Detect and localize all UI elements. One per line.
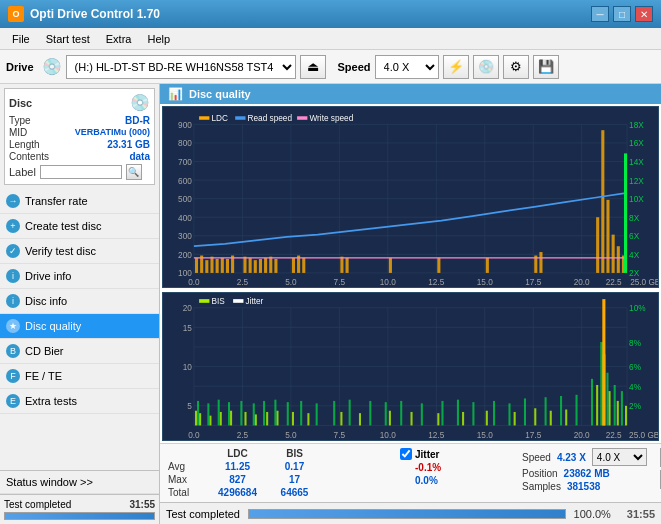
svg-rect-107 xyxy=(209,415,211,425)
position-value: 23862 MB xyxy=(564,468,610,479)
svg-rect-153 xyxy=(508,403,510,425)
create-test-disc-icon: + xyxy=(6,219,20,233)
svg-rect-22 xyxy=(205,260,208,273)
svg-rect-187 xyxy=(602,299,605,425)
stats-avg-row: Avg 11.25 0.17 xyxy=(168,461,388,472)
disc-type-label: Type xyxy=(9,115,31,126)
svg-rect-140 xyxy=(287,402,289,425)
svg-rect-145 xyxy=(369,401,371,426)
svg-rect-42 xyxy=(486,258,489,273)
svg-rect-133 xyxy=(207,403,209,425)
svg-rect-80 xyxy=(199,116,209,119)
svg-rect-155 xyxy=(545,397,547,425)
menu-extra[interactable]: Extra xyxy=(98,31,140,47)
eject-button[interactable]: ⏏ xyxy=(300,55,326,79)
disc-label-button[interactable]: 🔍 xyxy=(126,164,142,180)
svg-rect-124 xyxy=(534,408,536,425)
svg-rect-32 xyxy=(264,258,267,273)
svg-text:10.0: 10.0 xyxy=(380,276,396,287)
nav-extra-tests-label: Extra tests xyxy=(25,395,77,407)
jitter-max-row: 0.0% xyxy=(415,475,510,486)
svg-text:10%: 10% xyxy=(629,303,645,314)
svg-rect-108 xyxy=(220,412,222,425)
disc-contents-row: Contents data xyxy=(9,151,150,162)
svg-rect-122 xyxy=(486,411,488,426)
disc-label-input[interactable] xyxy=(40,165,122,179)
svg-text:17.5: 17.5 xyxy=(525,276,541,287)
svg-text:8X: 8X xyxy=(629,212,639,223)
svg-rect-142 xyxy=(316,403,318,425)
disc-type-row: Type BD-R xyxy=(9,115,150,126)
nav-verify-test-disc[interactable]: ✓ Verify test disc xyxy=(0,239,159,264)
svg-rect-149 xyxy=(441,401,443,426)
nav-fe-te[interactable]: F FE / TE xyxy=(0,364,159,389)
svg-rect-154 xyxy=(524,398,526,425)
svg-rect-139 xyxy=(274,400,276,426)
svg-text:200: 200 xyxy=(178,249,192,260)
svg-text:5.0: 5.0 xyxy=(285,276,297,287)
nav-drive-info[interactable]: i Drive info xyxy=(0,264,159,289)
close-button[interactable]: ✕ xyxy=(635,6,653,22)
status-window-button[interactable]: Status window >> xyxy=(0,470,159,494)
svg-rect-40 xyxy=(389,258,392,273)
svg-rect-0 xyxy=(163,107,658,287)
svg-rect-20 xyxy=(195,258,198,273)
svg-rect-41 xyxy=(437,258,440,273)
nav-cd-bier-label: CD Bier xyxy=(25,345,64,357)
nav-disc-info[interactable]: i Disc info xyxy=(0,289,159,314)
svg-rect-185 xyxy=(233,299,243,303)
svg-rect-126 xyxy=(565,409,567,425)
nav-transfer-rate-label: Transfer rate xyxy=(25,195,88,207)
svg-rect-112 xyxy=(266,412,268,425)
nav-extra-tests[interactable]: E Extra tests xyxy=(0,389,159,414)
nav-disc-quality[interactable]: ★ Disc quality xyxy=(0,314,159,339)
sidebar-status-area: Test completed 31:55 xyxy=(0,494,159,524)
svg-rect-162 xyxy=(621,391,623,425)
title-bar-left: O Opti Drive Control 1.70 xyxy=(8,6,160,22)
menu-file[interactable]: File xyxy=(4,31,38,47)
svg-text:20.0: 20.0 xyxy=(574,276,590,287)
save-button[interactable]: 💾 xyxy=(533,55,559,79)
svg-text:14X: 14X xyxy=(629,157,644,168)
svg-rect-38 xyxy=(340,257,343,273)
speed-dropdown[interactable]: 4.0 X xyxy=(592,448,647,466)
stats-header-row: LDC BIS xyxy=(168,448,388,459)
drive-label: Drive xyxy=(6,61,34,73)
minimize-button[interactable]: ─ xyxy=(591,6,609,22)
avg-ldc: 11.25 xyxy=(210,461,265,472)
svg-text:2.5: 2.5 xyxy=(237,276,249,287)
svg-rect-31 xyxy=(259,259,262,273)
disc-panel-title: Disc xyxy=(9,97,32,109)
svg-rect-131 xyxy=(625,406,627,426)
svg-text:25.0 GB: 25.0 GB xyxy=(630,276,658,287)
drive-select[interactable]: (H:) HL-DT-ST BD-RE WH16NS58 TST4 xyxy=(66,55,296,79)
max-ldc: 827 xyxy=(210,474,265,485)
svg-rect-117 xyxy=(359,413,361,425)
title-bar: O Opti Drive Control 1.70 ─ □ ✕ xyxy=(0,0,661,28)
speed-select[interactable]: 4.0 X 8.0 X 2.0 X xyxy=(375,55,439,79)
svg-rect-86 xyxy=(624,153,627,273)
svg-rect-37 xyxy=(302,258,305,273)
menu-help[interactable]: Help xyxy=(139,31,178,47)
transfer-rate-icon: → xyxy=(6,194,20,208)
nav-transfer-rate[interactable]: → Transfer rate xyxy=(0,189,159,214)
svg-rect-150 xyxy=(457,400,459,426)
svg-text:Write speed: Write speed xyxy=(309,112,353,123)
speed-label: Speed xyxy=(338,61,371,73)
svg-rect-121 xyxy=(462,412,464,425)
speed-icon-button[interactable]: ⚡ xyxy=(443,55,469,79)
settings-button[interactable]: ⚙ xyxy=(503,55,529,79)
svg-rect-116 xyxy=(340,412,342,425)
svg-rect-156 xyxy=(560,396,562,425)
maximize-button[interactable]: □ xyxy=(613,6,631,22)
jitter-checkbox[interactable] xyxy=(400,448,412,460)
svg-rect-146 xyxy=(385,402,387,425)
max-jitter: 0.0% xyxy=(415,475,438,486)
avg-jitter: -0.1% xyxy=(415,462,441,473)
menu-start-test[interactable]: Start test xyxy=(38,31,98,47)
svg-text:BIS: BIS xyxy=(211,295,224,306)
disc-button[interactable]: 💿 xyxy=(473,55,499,79)
nav-create-test-disc[interactable]: + Create test disc xyxy=(0,214,159,239)
nav-cd-bier[interactable]: B CD Bier xyxy=(0,339,159,364)
svg-text:12X: 12X xyxy=(629,175,644,186)
